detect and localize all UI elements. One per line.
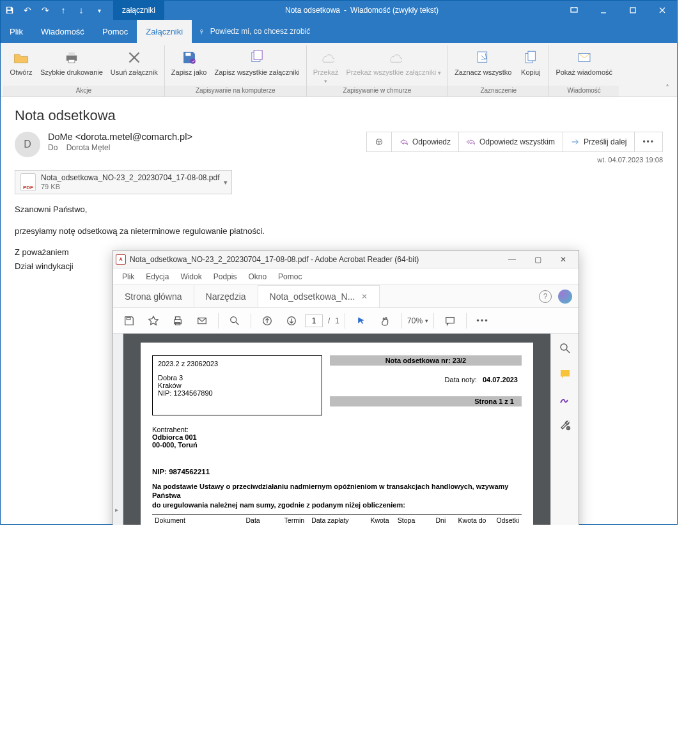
smiley-icon	[375, 138, 384, 146]
more-actions-button[interactable]: •••	[635, 132, 662, 151]
qat-up-button[interactable]: ↑	[54, 1, 72, 20]
sender-line: DoMe <dorota.metel@comarch.pl>	[48, 132, 359, 142]
acrobat-select-tool[interactable]	[350, 312, 372, 330]
show-message-button[interactable]: Pokaż wiadomość	[552, 47, 616, 78]
acrobat-menu-plik[interactable]: Plik	[117, 270, 139, 283]
save-as-button[interactable]: Zapisz jako	[167, 47, 211, 78]
col-data-zap: Data zapłaty	[307, 514, 351, 525]
pdf-date-line: Data noty: 04.07.2023	[330, 376, 518, 383]
ribbon-display-options-button[interactable]	[559, 1, 589, 20]
acrobat-tab-document[interactable]: Nota_odsetkowa_N... ✕	[258, 285, 380, 307]
acrobat-page-input[interactable]	[305, 314, 323, 327]
copy-button[interactable]: Kopiuj	[515, 47, 546, 78]
forward-arrow-icon	[571, 138, 580, 146]
open-label: Otwórz	[10, 68, 33, 77]
tab-wiadomosc[interactable]: Wiadomość	[32, 20, 93, 43]
reply-bar: Odpowiedz Odpowiedz wszystkim Prześlij d…	[366, 132, 663, 152]
remove-attachment-button[interactable]: Usuń załącznik	[107, 47, 162, 78]
pdf-kontrahent-name: Odbiorca 001	[152, 433, 522, 441]
open-button[interactable]: Otwórz	[6, 47, 36, 78]
acrobat-star-button[interactable]	[143, 312, 164, 330]
pdf-issuer-box: 2023.2 z 23062023 Dobra 3 Kraków NIP: 12…	[152, 355, 322, 415]
quick-print-button[interactable]: Szybkie drukowanie	[36, 47, 107, 78]
acrobat-titlebar: A Nota_odsetkowa_NO-23_2_20230704_17-08-…	[113, 251, 579, 268]
emoji-reaction-button[interactable]	[367, 132, 392, 151]
ribbon-group-message: Pokaż wiadomość Wiadomość	[549, 45, 619, 97]
acrobat-doc-viewport[interactable]: 2023.2 z 23062023 Dobra 3 Kraków NIP: 12…	[123, 334, 550, 525]
reply-all-button[interactable]: Odpowiedz wszystkim	[459, 132, 563, 151]
acrobat-zoom-dropdown[interactable]: 70%▾	[407, 316, 428, 325]
acrobat-page-up-button[interactable]	[256, 312, 278, 330]
tab-pomoc[interactable]: Pomoc	[93, 20, 137, 43]
col-odsetki: Odsetki (PLN)	[488, 514, 522, 525]
acrobat-email-button[interactable]	[191, 312, 213, 330]
save-all-attachments-button[interactable]: Zapisz wszystkie załączniki	[210, 47, 303, 78]
acrobat-tab-tools[interactable]: Narzędzia	[194, 285, 258, 307]
pdf-nip-line: NIP: 9874562211	[152, 468, 522, 476]
acrobat-help-button[interactable]: ?	[539, 290, 552, 303]
svg-rect-0	[8, 8, 11, 10]
qat-redo-button[interactable]: ↷	[36, 1, 54, 20]
acrobat-window-title: Nota_odsetkowa_NO-23_2_20230704_17-08-08…	[130, 255, 499, 264]
tell-me-search[interactable]: ♀ Powiedz mi, co chcesz zrobić	[198, 20, 310, 43]
forward-all-cloud-button: Przekaż wszystkie załączniki ▾	[342, 47, 445, 78]
acrobat-page-down-button[interactable]	[281, 312, 302, 330]
qat-customize-dropdown[interactable]: ▾	[90, 1, 108, 20]
folder-open-icon	[12, 48, 31, 67]
message-header-row: D DoMe <dorota.metel@comarch.pl> Do Doro…	[15, 132, 663, 164]
acrobat-comment-button[interactable]	[439, 312, 461, 330]
pdf-legal1: Na podstawie Ustawy o przeciwdziałaniu n…	[152, 483, 508, 499]
pdf-issuer-line1: 2023.2 z 23062023	[158, 360, 316, 368]
window-title-right: Wiadomość (zwykły tekst)	[350, 6, 439, 15]
qat-save-button[interactable]	[1, 1, 19, 20]
reply-button[interactable]: Odpowiedz	[392, 132, 459, 151]
acrobat-print-button[interactable]	[167, 312, 189, 330]
window-title-left: Nota odsetkowa	[285, 6, 340, 15]
acrobat-search-panel-button[interactable]	[558, 341, 572, 355]
forward-all-cloud-label: Przekaż wszystkie załączniki	[346, 68, 436, 76]
pdf-kontrahent-block: Kontrahent: Odbiorca 001 00-000, Toruń	[152, 426, 522, 449]
group-label-message: Wiadomość	[549, 86, 619, 97]
acrobat-fill-sign-button[interactable]	[558, 392, 572, 406]
col-dni: Dni zwłoki	[417, 514, 448, 525]
acrobat-menu-podpis[interactable]: Podpis	[208, 270, 242, 283]
pdf-legal2: do uregulowania należnej nam sumy, zgodn…	[152, 501, 405, 509]
tab-plik[interactable]: Plik	[1, 20, 32, 43]
acrobat-close-button[interactable]: ✕	[550, 252, 576, 267]
acrobat-menu-widok[interactable]: Widok	[175, 270, 206, 283]
qat-down-button[interactable]: ↓	[72, 1, 90, 20]
printer-icon	[62, 48, 81, 67]
acrobat-tab-close-button[interactable]: ✕	[361, 292, 368, 301]
acrobat-zoomfind-button[interactable]	[224, 312, 245, 330]
pdf-issuer-addr1: Dobra 3	[158, 374, 316, 382]
acrobat-menu-okno[interactable]: Okno	[243, 270, 272, 283]
maximize-button[interactable]	[618, 1, 648, 20]
acrobat-tab-home[interactable]: Strona główna	[113, 285, 194, 307]
attachment-dropdown[interactable]: ▾	[224, 178, 228, 187]
acrobat-hand-tool[interactable]	[375, 312, 396, 330]
show-message-label: Pokaż wiadomość	[556, 68, 612, 77]
select-all-button[interactable]: Zaznacz wszystko	[451, 47, 515, 78]
qat-undo-button[interactable]: ↶	[19, 1, 36, 20]
ribbon-group-save-local: Zapisz jako Zapisz wszystkie załączniki …	[165, 45, 307, 97]
minimize-button[interactable]	[589, 1, 618, 20]
forward-button[interactable]: Prześlij dalej	[563, 132, 635, 151]
attachment-chip[interactable]: PDF Nota_odsetkowa_NO-23_2_20230704_17-0…	[15, 170, 232, 194]
close-button[interactable]	[648, 1, 677, 20]
acrobat-more-tools-button[interactable]: •••	[472, 312, 494, 330]
reply-all-arrow-icon	[467, 138, 476, 146]
acrobat-maximize-button[interactable]: ▢	[525, 252, 550, 267]
acrobat-minimize-button[interactable]: —	[499, 252, 525, 267]
tab-zalaczniki[interactable]: Załączniki	[137, 20, 192, 43]
acrobat-menu-edycja[interactable]: Edycja	[141, 270, 174, 283]
ribbon-collapse-button[interactable]: ˄	[662, 82, 673, 94]
acrobat-comment-panel-button[interactable]	[558, 367, 572, 381]
expand-right-icon: ▸	[115, 506, 118, 513]
acrobat-save-button[interactable]	[118, 312, 140, 330]
acrobat-more-tools-panel-button[interactable]	[558, 418, 572, 432]
forward-cloud-button: Przekaż▾	[309, 47, 343, 86]
acrobat-left-panel-toggle[interactable]: ▸	[113, 334, 123, 525]
acrobat-menu-pomoc[interactable]: Pomoc	[273, 270, 307, 283]
outlook-window: ↶ ↷ ↑ ↓ ▾ załączniki Nota odsetkowa - Wi…	[0, 0, 678, 525]
acrobat-account-icon[interactable]	[558, 290, 572, 304]
